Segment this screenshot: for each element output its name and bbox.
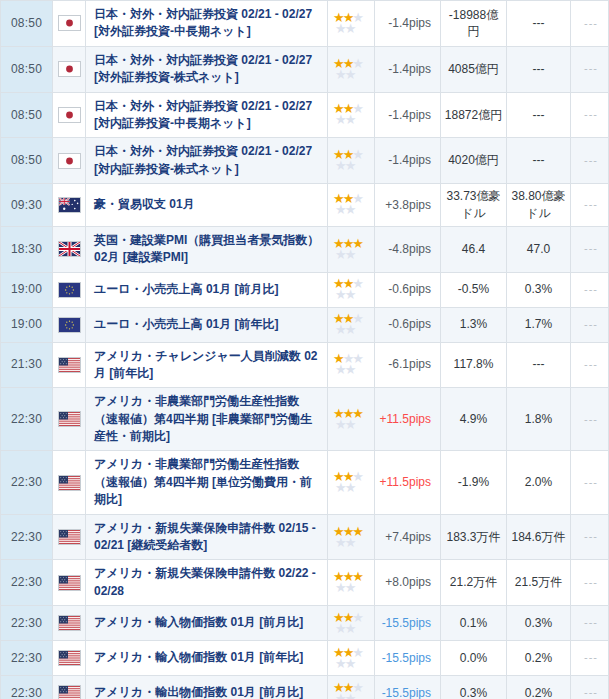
result-cell: 4.9% <box>441 388 507 450</box>
star-icon: ★ <box>345 322 355 337</box>
star-icon: ★ <box>345 247 355 262</box>
previous-value: --- <box>584 575 598 590</box>
previous-cell: --- <box>571 308 608 342</box>
event-time: 08:50 <box>11 107 42 124</box>
pips-cell: +7.4pips <box>375 515 441 560</box>
table-row: 08:50 日本・対外・対内証券投資 02/21 - 02/27 [対外証券投資… <box>1 47 608 93</box>
event-name-link[interactable]: アメリカ・輸入物価指数 01月 [前年比] <box>94 649 303 666</box>
pips-value: -1.4pips <box>388 107 431 124</box>
event-name-link[interactable]: アメリカ・チャレンジャー人員削減数 02月 [前年比] <box>94 348 321 383</box>
event-name-link[interactable]: 日本・対外・対内証券投資 02/21 - 02/27 [対外証券投資-株式ネット… <box>94 52 321 87</box>
star-icon: ★ <box>335 202 345 217</box>
previous-cell: --- <box>571 560 608 605</box>
event-cell: 英国・建設業PMI（購買担当者景気指数） 02月 [建設業PMI] <box>86 227 328 272</box>
event-name-link[interactable]: アメリカ・非農業部門労働生産性指数（速報値）第4四半期 [単位労働費用・前期比] <box>94 456 321 508</box>
event-time: 19:00 <box>11 316 42 333</box>
importance-stars: ★★★ ★★ <box>333 313 362 336</box>
time-cell: 22:30 <box>1 388 53 450</box>
flag-cell <box>53 606 86 640</box>
previous-value: --- <box>584 615 598 630</box>
forecast-value: 2.0% <box>525 474 552 491</box>
table-row: 22:30 アメリカ・輸出物価指数 01月 [前月比] ★★★ ★★ -15.5… <box>1 676 608 699</box>
table-row: 22:30 アメリカ・非農業部門労働生産性指数（速報値）第4四半期 [非農業部門… <box>1 388 608 451</box>
flag-usa-icon <box>58 615 81 631</box>
star-icon: ★ <box>335 362 345 377</box>
event-cell: ユーロ・小売売上高 01月 [前月比] <box>86 273 328 307</box>
result-cell: 117.8% <box>441 343 507 388</box>
flag-japan-icon <box>58 61 81 77</box>
time-cell: 22:30 <box>1 515 53 560</box>
event-cell: アメリカ・新規失業保険申請件数 02/15 - 02/21 [継続受給者数] <box>86 515 328 560</box>
forecast-value: --- <box>533 107 545 124</box>
table-row: 22:30 アメリカ・輸入物価指数 01月 [前年比] ★★★ ★★ -15.5… <box>1 641 608 676</box>
table-row: 08:50 日本・対外・対内証券投資 02/21 - 02/27 [対内証券投資… <box>1 138 608 184</box>
time-cell: 19:00 <box>1 273 53 307</box>
event-name-link[interactable]: 日本・対外・対内証券投資 02/21 - 02/27 [対内証券投資-中長期ネッ… <box>94 98 321 133</box>
star-icon: ★ <box>335 247 345 262</box>
event-name-link[interactable]: 日本・対外・対内証券投資 02/21 - 02/27 [対内証券投資-株式ネット… <box>94 143 321 178</box>
previous-value: --- <box>584 241 598 256</box>
previous-value: --- <box>584 357 598 372</box>
importance-cell: ★★★ ★★ <box>328 47 375 92</box>
event-name-link[interactable]: ユーロ・小売売上高 01月 [前年比] <box>94 316 279 333</box>
importance-stars: ★★★ ★★ <box>333 408 362 431</box>
table-row: 22:30 アメリカ・新規失業保険申請件数 02/22 - 02/28 ★★★ … <box>1 560 608 606</box>
event-name-link[interactable]: 豪・貿易収支 01月 <box>94 196 195 213</box>
forecast-value: 184.6万件 <box>511 529 565 546</box>
pips-value: +11.5pips <box>380 474 432 491</box>
pips-value: +3.8pips <box>385 197 431 214</box>
result-cell: -0.5% <box>441 273 507 307</box>
importance-cell: ★★★ ★★ <box>328 560 375 605</box>
forecast-cell: 0.2% <box>507 676 571 699</box>
event-name-link[interactable]: ユーロ・小売売上高 01月 [前月比] <box>94 281 279 298</box>
pips-value: -1.4pips <box>388 15 431 32</box>
forecast-cell: --- <box>507 1 571 46</box>
result-value: 1.3% <box>460 316 487 333</box>
previous-cell: --- <box>571 47 608 92</box>
flag-cell <box>53 560 86 605</box>
event-name-link[interactable]: 日本・対外・対内証券投資 02/21 - 02/27 [対外証券投資-中長期ネッ… <box>94 6 321 41</box>
time-cell: 22:30 <box>1 676 53 699</box>
flag-cell <box>53 47 86 92</box>
forecast-value: 38.80億豪ドル <box>510 188 567 222</box>
event-name-link[interactable]: アメリカ・輸入物価指数 01月 [前月比] <box>94 614 303 631</box>
flag-cell <box>53 641 86 675</box>
flag-usa-icon <box>58 529 81 545</box>
result-cell: 0.3% <box>441 676 507 699</box>
result-value: -18988億円 <box>444 7 503 41</box>
importance-stars: ★★★ ★★ <box>333 353 362 376</box>
event-time: 19:00 <box>11 281 42 298</box>
star-icon: ★ <box>335 480 345 495</box>
table-row: 09:30 豪・貿易収支 01月 ★★★ ★★ +3.8pips 33.73億豪… <box>1 184 608 227</box>
importance-stars: ★★★ ★★ <box>333 647 362 670</box>
flag-cell <box>53 451 86 513</box>
previous-value: --- <box>584 61 598 76</box>
event-name-link[interactable]: アメリカ・新規失業保険申請件数 02/15 - 02/21 [継続受給者数] <box>94 520 321 555</box>
time-cell: 09:30 <box>1 184 53 226</box>
star-icon: ★ <box>335 417 345 432</box>
pips-cell: +8.0pips <box>375 560 441 605</box>
table-row: 18:30 英国・建設業PMI（購買担当者景気指数） 02月 [建設業PMI] … <box>1 227 608 273</box>
previous-value: --- <box>584 107 598 122</box>
star-icon: ★ <box>335 656 345 671</box>
previous-cell: --- <box>571 227 608 272</box>
importance-stars: ★★★ ★★ <box>333 278 362 301</box>
time-cell: 18:30 <box>1 227 53 272</box>
event-name-link[interactable]: アメリカ・新規失業保険申請件数 02/22 - 02/28 <box>94 565 321 600</box>
previous-cell: --- <box>571 1 608 46</box>
pips-value: -4.8pips <box>388 241 431 258</box>
event-name-link[interactable]: アメリカ・輸出物価指数 01月 [前月比] <box>94 684 303 699</box>
event-name-link[interactable]: 英国・建設業PMI（購買担当者景気指数） 02月 [建設業PMI] <box>94 232 321 267</box>
forecast-cell: 2.0% <box>507 451 571 513</box>
star-icon: ★ <box>345 621 355 636</box>
forecast-value: 1.7% <box>525 316 552 333</box>
previous-cell: --- <box>571 676 608 699</box>
flag-cell <box>53 93 86 138</box>
star-icon: ★ <box>345 691 355 699</box>
result-value: 0.0% <box>460 650 487 667</box>
event-name-link[interactable]: アメリカ・非農業部門労働生産性指数（速報値）第4四半期 [非農業部門労働生産性・… <box>94 393 321 445</box>
forecast-cell: 1.8% <box>507 388 571 450</box>
importance-stars: ★★★ ★★ <box>333 103 362 126</box>
event-cell: アメリカ・非農業部門労働生産性指数（速報値）第4四半期 [単位労働費用・前期比] <box>86 451 328 513</box>
event-cell: ユーロ・小売売上高 01月 [前年比] <box>86 308 328 342</box>
